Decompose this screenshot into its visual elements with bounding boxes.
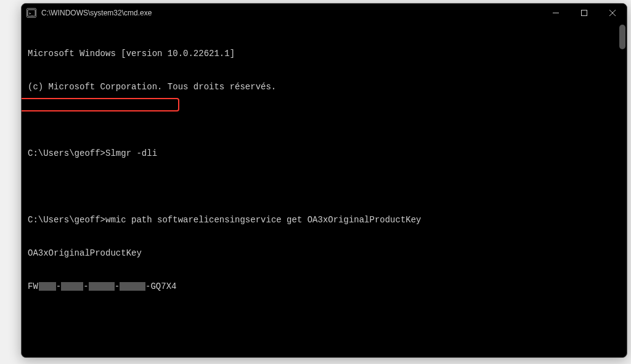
blank-line: [28, 181, 621, 192]
scrollbar-track[interactable]: [618, 22, 627, 357]
svg-text:>_: >_: [29, 11, 34, 16]
redacted-segment: [39, 282, 56, 291]
product-key-suffix: -GQ7X4: [145, 281, 176, 292]
version-line: Microsoft Windows [version 10.0.22621.1]: [28, 48, 621, 59]
output-header: OA3xOriginalProductKey: [28, 248, 621, 259]
blank-line: [28, 314, 621, 325]
maximize-button[interactable]: [570, 4, 598, 22]
redacted-segment: [61, 282, 83, 291]
terminal-output[interactable]: Microsoft Windows [version 10.0.22621.1]…: [22, 22, 627, 357]
redacted-segment: [120, 282, 145, 291]
command-line-1: C:\Users\geoff>Slmgr -dli: [28, 148, 621, 159]
window-title: C:\WINDOWS\system32\cmd.exe: [41, 9, 542, 17]
prompt: C:\Users\geoff>: [28, 148, 105, 158]
svg-rect-3: [582, 10, 587, 16]
copyright-line: (c) Microsoft Corporation. Tous droits r…: [28, 81, 621, 92]
command-text: Slmgr -dli: [105, 148, 157, 158]
highlight-annotation: [21, 98, 179, 111]
command-text: wmic path softwarelicensingservice get O…: [105, 215, 421, 225]
cmd-window: >_ C:\WINDOWS\system32\cmd.exe Microsoft…: [21, 3, 627, 358]
close-button[interactable]: [598, 4, 627, 22]
command-line-2: C:\Users\geoff>wmic path softwarelicensi…: [28, 214, 621, 225]
dash: -: [83, 281, 88, 292]
blank-line: [28, 115, 621, 126]
window-titlebar[interactable]: >_ C:\WINDOWS\system32\cmd.exe: [22, 4, 627, 22]
scrollbar-thumb[interactable]: [619, 25, 625, 49]
prompt: C:\Users\geoff>: [28, 215, 105, 225]
dash: -: [56, 281, 61, 292]
redacted-segment: [89, 282, 115, 291]
blank-line: [28, 347, 621, 358]
minimize-button[interactable]: [542, 4, 570, 22]
cmd-icon: >_: [26, 8, 36, 18]
dash: -: [115, 281, 120, 292]
product-key-prefix: FW: [28, 281, 38, 292]
window-controls: [542, 4, 627, 22]
product-key-line: FW----GQ7X4: [28, 281, 621, 292]
